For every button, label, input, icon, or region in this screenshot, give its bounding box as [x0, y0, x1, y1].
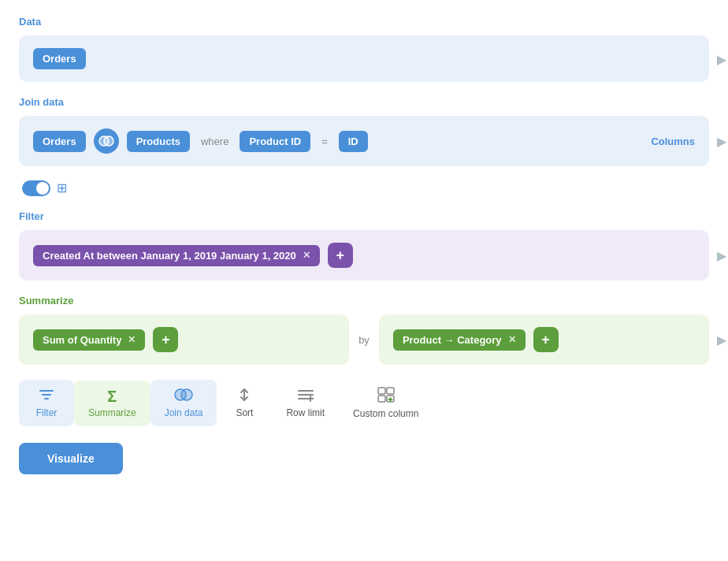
- data-arrow: ▶: [717, 51, 726, 66]
- by-text: by: [358, 334, 370, 346]
- join-data-panel: Orders Products where Product ID = ID Co…: [19, 116, 709, 166]
- data-section: Data Orders ▶: [19, 16, 709, 82]
- toolbar-customcolumn[interactable]: Custom column: [339, 379, 433, 427]
- where-text: where: [201, 136, 228, 147]
- data-label: Data: [19, 16, 709, 28]
- filter-arrow: ▶: [717, 248, 726, 263]
- summarize-toolbar-icon: Σ: [107, 388, 117, 404]
- visualize-button[interactable]: Visualize: [19, 443, 123, 474]
- metric-add-button[interactable]: +: [153, 327, 178, 352]
- summarize-left-panel: Sum of Quantity ✕ +: [19, 314, 349, 365]
- metric-close-icon[interactable]: ✕: [128, 334, 136, 345]
- filter-toolbar-icon: [39, 388, 54, 404]
- products-chip[interactable]: Products: [127, 131, 190, 152]
- metric-chip[interactable]: Sum of Quantity ✕: [33, 329, 145, 351]
- equals-text: =: [321, 136, 328, 147]
- product-id-chip[interactable]: Product ID: [240, 131, 310, 152]
- join-icon-row: ⊞: [19, 180, 709, 196]
- joindata-toolbar-icon: [173, 388, 195, 404]
- rowlimit-toolbar-icon: [297, 388, 314, 404]
- filter-label: Filter: [19, 210, 709, 222]
- toolbar-rowlimit[interactable]: Row limit: [272, 380, 339, 426]
- svg-point-6: [181, 389, 192, 400]
- join-data-section: Join data Orders Products where Product …: [19, 96, 709, 196]
- sort-toolbar-icon: [236, 388, 252, 404]
- orders-join-chip[interactable]: Orders: [33, 131, 86, 152]
- toolbar: Filter Σ Summarize Join data Sort: [19, 379, 709, 427]
- visualize-wrapper: Visualize: [19, 443, 709, 474]
- dimension-close-icon[interactable]: ✕: [508, 334, 516, 345]
- id-chip[interactable]: ID: [339, 131, 368, 152]
- summarize-label: Summarize: [19, 295, 709, 307]
- filter-section: Filter Created At between January 1, 201…: [19, 210, 709, 280]
- dimension-chip[interactable]: Product → Category ✕: [393, 329, 526, 351]
- data-panel: Orders ▶: [19, 35, 709, 82]
- toolbar-filter[interactable]: Filter: [19, 380, 74, 426]
- svg-rect-14: [387, 388, 394, 394]
- columns-link[interactable]: Columns: [651, 136, 695, 147]
- customcolumn-toolbar-icon: [377, 387, 395, 405]
- dimension-add-button[interactable]: +: [533, 327, 559, 352]
- summarize-row: Sum of Quantity ✕ + by Product → Categor…: [19, 314, 709, 365]
- toolbar-sort[interactable]: Sort: [217, 380, 272, 426]
- svg-rect-13: [378, 388, 385, 394]
- join-type-icon[interactable]: [94, 128, 119, 154]
- orders-chip[interactable]: Orders: [33, 48, 86, 69]
- filter-chip[interactable]: Created At between January 1, 2019 Janua…: [33, 245, 320, 266]
- filter-panel: Created At between January 1, 2019 Janua…: [19, 230, 709, 280]
- join-toggle[interactable]: [22, 180, 50, 196]
- svg-rect-15: [378, 396, 385, 402]
- grid-icon[interactable]: ⊞: [57, 180, 67, 196]
- svg-point-1: [104, 136, 113, 146]
- summarize-right-panel: Product → Category ✕ +: [379, 314, 709, 365]
- toolbar-summarize[interactable]: Σ Summarize: [74, 381, 150, 426]
- summarize-section: Summarize Sum of Quantity ✕ + by Product…: [19, 295, 709, 365]
- filter-close-icon[interactable]: ✕: [303, 250, 310, 261]
- join-circles-icon: [98, 136, 114, 147]
- join-data-label: Join data: [19, 96, 709, 108]
- toolbar-joindata[interactable]: Join data: [150, 380, 217, 426]
- summarize-arrow: ▶: [717, 333, 726, 347]
- filter-add-button[interactable]: +: [328, 243, 353, 268]
- join-arrow: ▶: [717, 134, 726, 149]
